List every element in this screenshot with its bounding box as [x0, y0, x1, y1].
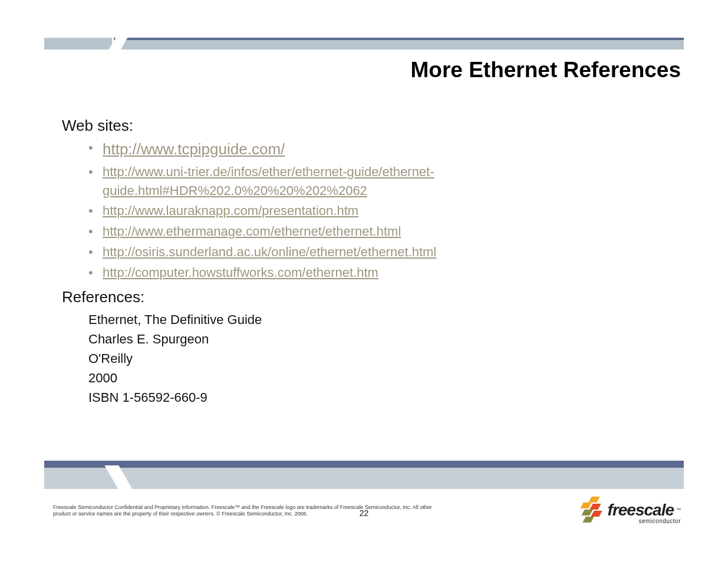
references-heading: References:: [62, 288, 681, 306]
content-area: Web sites: http://www.tcpipguide.com/ ht…: [62, 117, 681, 407]
footer-bar-light: [44, 468, 684, 489]
reference-author: Charles E. Spurgeon: [88, 329, 681, 349]
links-list: http://www.tcpipguide.com/ http://www.un…: [88, 138, 681, 282]
slide: More Ethernet References Web sites: http…: [12, 12, 716, 550]
list-item: http://www.tcpipguide.com/: [88, 138, 681, 161]
websites-heading: Web sites:: [62, 117, 681, 135]
link[interactable]: http://computer.howstuffworks.com/ethern…: [103, 265, 378, 280]
list-item: http://www.lauraknapp.com/presentation.h…: [88, 201, 681, 220]
link[interactable]: http://www.lauraknapp.com/presentation.h…: [103, 203, 358, 218]
header-chip: [44, 38, 112, 49]
logo-text: freescale™ semiconductor: [608, 503, 681, 524]
link[interactable]: http://www.tcpipguide.com/: [103, 140, 285, 158]
reference-publisher: O'Reilly: [88, 349, 681, 368]
list-item: http://www.ethermanage.com/ethernet/ethe…: [88, 222, 681, 241]
list-item: http://osiris.sunderland.ac.uk/online/et…: [88, 243, 681, 262]
page-number: 22: [360, 508, 369, 518]
legal-text: Freescale Semiconductor Confidential and…: [53, 504, 448, 518]
reference-title: Ethernet, The Definitive Guide: [88, 310, 681, 329]
slide-title: More Ethernet References: [410, 58, 681, 82]
logo-tm: ™: [676, 507, 681, 513]
reference-isbn: ISBN 1-56592-660-9: [88, 388, 681, 407]
logo-sub: semiconductor: [608, 518, 681, 524]
link[interactable]: http://www.ethermanage.com/ethernet/ethe…: [103, 224, 401, 239]
list-item: http://computer.howstuffworks.com/ethern…: [88, 263, 681, 282]
header-bar: [114, 40, 684, 49]
link[interactable]: http://www.uni-trier.de/infos/ether/ethe…: [103, 164, 434, 198]
logo-brand: freescale: [608, 501, 674, 519]
link[interactable]: http://osiris.sunderland.ac.uk/online/et…: [103, 244, 436, 259]
reference-year: 2000: [88, 368, 681, 388]
logo-mark-icon: [579, 497, 604, 524]
list-item: http://www.uni-trier.de/infos/ether/ethe…: [88, 163, 681, 200]
reference-block: Ethernet, The Definitive Guide Charles E…: [88, 310, 681, 407]
footer-bar-dark: [44, 461, 684, 468]
brand-logo: freescale™ semiconductor: [579, 497, 681, 524]
